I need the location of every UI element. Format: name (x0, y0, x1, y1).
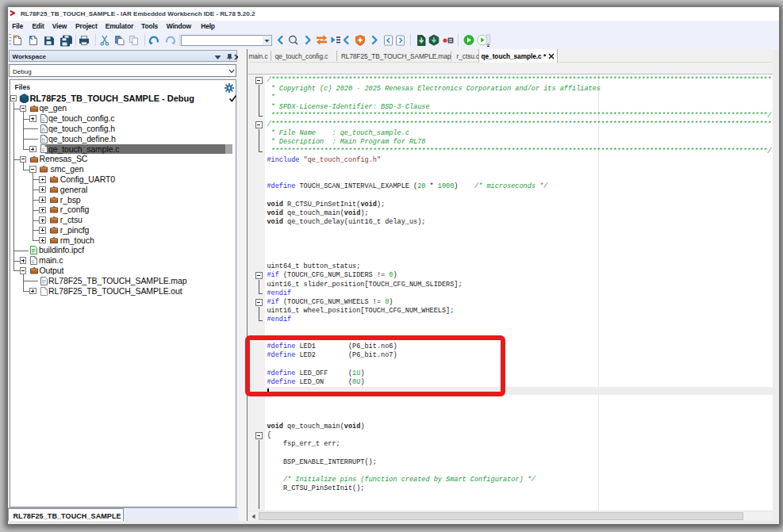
svg-text:h: h (42, 137, 45, 143)
svg-text:h: h (42, 127, 45, 132)
